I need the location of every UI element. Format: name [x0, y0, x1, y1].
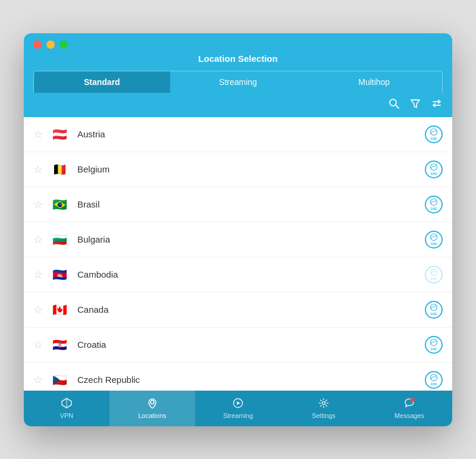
tab-standard[interactable]: Standard [34, 71, 170, 93]
nav-messages[interactable]: Messages [367, 391, 452, 426]
flag-canada: 🇨🇦 [50, 303, 69, 317]
bottom-nav: VPN Locations Streaming [24, 391, 452, 426]
country-name: Canada [77, 304, 425, 315]
flag-bulgaria: 🇧🇬 [50, 232, 69, 247]
nav-locations[interactable]: Locations [109, 391, 195, 426]
app-window: Location Selection Standard Streaming Mu… [24, 33, 452, 426]
settings-icon [318, 398, 329, 410]
favorite-icon[interactable]: ☆ [33, 268, 43, 281]
flag-czech-republic: 🇨🇿 [50, 373, 69, 387]
nav-locations-label: Locations [138, 412, 166, 419]
favorite-icon[interactable]: ☆ [33, 233, 43, 246]
country-name: Austria [77, 129, 425, 139]
favorite-icon[interactable]: ☆ [33, 303, 43, 316]
favorite-icon[interactable]: ☆ [33, 163, 43, 176]
close-button[interactable] [33, 40, 42, 49]
location-list: ☆ 🇦🇹 Austria 10G ☆ 🇧🇪 Belgium 10G [24, 117, 452, 391]
flag-brasil: 🇧🇷 [50, 197, 69, 212]
flag-belgium: 🇧🇪 [50, 162, 69, 177]
vpn-icon [61, 398, 72, 410]
country-name: Brasil [77, 199, 425, 209]
tab-streaming[interactable]: Streaming [170, 71, 306, 93]
nav-messages-label: Messages [394, 412, 424, 419]
speed-badge: 10G [425, 196, 443, 213]
tab-multihop[interactable]: Multihop [306, 71, 442, 93]
flag-austria: 🇦🇹 [50, 127, 69, 142]
location-row[interactable]: ☆ 🇰🇭 Cambodia 10G [24, 257, 452, 293]
search-icon[interactable] [388, 98, 400, 112]
messages-icon [404, 398, 415, 410]
location-row[interactable]: ☆ 🇦🇹 Austria 10G [24, 117, 452, 152]
svg-line-1 [396, 105, 399, 108]
nav-settings[interactable]: Settings [281, 391, 367, 426]
favorite-icon[interactable]: ☆ [33, 198, 43, 211]
speed-badge: 10G [425, 231, 443, 249]
locations-icon [147, 398, 158, 410]
nav-streaming[interactable]: Streaming [195, 391, 281, 426]
svg-point-19 [411, 398, 415, 402]
flag-cambodia: 🇰🇭 [50, 268, 69, 282]
location-row[interactable]: ☆ 🇧🇪 Belgium 10G [24, 152, 452, 187]
speed-badge: 10G [425, 371, 443, 389]
location-row[interactable]: ☆ 🇨🇿 Czech Republic 10G [24, 363, 452, 391]
tabs-bar: Standard Streaming Multihop [33, 71, 443, 93]
speed-badge: 10G [425, 125, 443, 143]
location-row[interactable]: ☆ 🇨🇦 Canada 10G [24, 293, 452, 328]
country-name: Czech Republic [77, 375, 425, 385]
location-row[interactable]: ☆ 🇧🇷 Brasil 10G [24, 187, 452, 222]
speed-badge: 10G [425, 301, 443, 319]
toolbar [24, 93, 452, 117]
nav-vpn[interactable]: VPN [24, 391, 109, 426]
window-controls [33, 40, 68, 49]
speed-badge: 10G [425, 161, 443, 178]
country-name: Belgium [77, 164, 425, 174]
window-title: Location Selection [198, 54, 277, 64]
speed-badge: 10G [425, 336, 443, 354]
nav-settings-label: Settings [312, 412, 336, 419]
svg-point-15 [151, 400, 154, 404]
favorite-icon[interactable]: ☆ [33, 373, 43, 386]
favorite-icon[interactable]: ☆ [33, 128, 43, 141]
svg-marker-2 [411, 100, 419, 108]
svg-marker-17 [237, 401, 240, 405]
sort-icon[interactable] [431, 98, 443, 112]
country-name: Bulgaria [77, 234, 425, 244]
maximize-button[interactable] [60, 40, 68, 49]
streaming-icon [233, 398, 243, 410]
favorite-icon[interactable]: ☆ [33, 338, 43, 351]
nav-streaming-label: Streaming [223, 412, 253, 419]
location-row[interactable]: ☆ 🇧🇬 Bulgaria 10G [24, 222, 452, 257]
svg-point-18 [322, 401, 325, 404]
location-row[interactable]: ☆ 🇭🇷 Croatia 10G [24, 328, 452, 363]
minimize-button[interactable] [46, 40, 55, 49]
titlebar: Location Selection Standard Streaming Mu… [24, 33, 452, 93]
nav-vpn-label: VPN [60, 412, 74, 419]
country-name: Cambodia [77, 269, 425, 279]
filter-icon[interactable] [409, 98, 421, 112]
country-name: Croatia [77, 339, 425, 350]
speed-badge: 10G [425, 266, 443, 284]
flag-croatia: 🇭🇷 [50, 338, 69, 352]
